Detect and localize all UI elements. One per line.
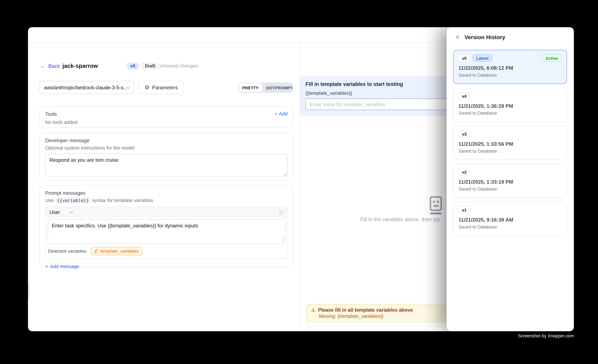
version-chip: v2 (458, 168, 470, 176)
add-message-label: Add message (50, 264, 79, 269)
developer-message-textarea[interactable]: Respond as you are tom cruise (45, 154, 288, 177)
developer-message-card: Developer message Optional system instru… (40, 133, 293, 180)
chevron-down-icon (126, 85, 130, 89)
unsaved-changes-label: Unsaved changes (159, 62, 198, 70)
hint-prefix: Use (45, 198, 54, 203)
empty-state-text: Fill in the variables above, then typ (360, 217, 440, 222)
close-icon[interactable]: ✕ (456, 34, 460, 40)
add-message-button[interactable]: + Add message (45, 264, 79, 269)
version-timestamp: 11/22/2025, 6:08:12 PM (458, 65, 562, 71)
latest-chip: Latest (473, 55, 492, 62)
back-arrow-icon: ← (40, 63, 46, 69)
draft-badge: Draft (141, 63, 159, 69)
back-label: Back (48, 63, 60, 69)
role-select[interactable]: User (50, 209, 73, 215)
hint-suffix: syntax for template variables (92, 198, 153, 203)
version-card-v5[interactable]: v5 Latest Active 11/22/2025, 6:08:12 PM … (453, 50, 567, 84)
add-tool-label: Add (279, 111, 288, 116)
back-button[interactable]: ← Back (40, 62, 60, 70)
version-status: Saved to Database (458, 73, 562, 78)
version-status: Saved to Database (458, 186, 562, 192)
version-card-v2[interactable]: v2 11/21/2025, 1:33:19 PM Saved to Datab… (453, 164, 567, 198)
version-card-v1[interactable]: v1 11/21/2025, 9:16:39 AM Saved to Datab… (453, 202, 567, 236)
add-tool-button[interactable]: + Add (275, 111, 288, 116)
warning-icon: ⚠ (311, 308, 315, 312)
plus-icon: + (45, 264, 48, 269)
version-status: Saved to Database (458, 149, 562, 154)
prompt-messages-title: Prompt messages (45, 190, 288, 196)
pencil-icon (94, 249, 98, 253)
version-timestamp: 11/21/2025, 1:33:19 PM (458, 179, 562, 185)
version-timestamp: 11/21/2025, 9:16:39 AM (458, 217, 562, 223)
version-list: v5 Latest Active 11/22/2025, 6:08:12 PM … (453, 50, 567, 240)
version-history-header: ✕ Version History (447, 27, 574, 40)
model-select-value: aws/anthropic/bedrock-claude-3-5-s... (44, 84, 127, 90)
drag-handle-icon[interactable] (279, 209, 283, 215)
warning-title: Please fill in all template variables ab… (318, 307, 413, 313)
template-variable-chip[interactable]: template_variables (91, 247, 142, 255)
screenshot-stage: ← Back jack-sparrow v5 Draft Unsaved cha… (0, 0, 598, 364)
bot-icon (428, 196, 443, 215)
active-chip: Active (542, 55, 562, 62)
edge-toast-sliver (28, 282, 30, 299)
version-chip: v5 (458, 55, 470, 62)
version-chip: v4 (458, 92, 470, 100)
version-status: Saved to Database (458, 110, 562, 116)
developer-message-subtitle: Optional system instructions for the mod… (45, 145, 288, 151)
toggle-dotprompt[interactable]: DOTPROMPT (262, 83, 297, 92)
toggle-pretty[interactable]: PRETTY (238, 83, 262, 92)
version-card-v4[interactable]: v4 11/21/2025, 1:36:28 PM Saved to Datab… (453, 88, 567, 122)
developer-message-title: Developer message (45, 138, 288, 143)
message-block: User Enter task specifics. Use {{templat… (45, 207, 288, 259)
version-history-title: Version History (465, 34, 505, 40)
plus-icon: + (275, 111, 278, 116)
variable-syntax-chip: {{variable}} (55, 198, 91, 204)
model-select[interactable]: aws/anthropic/bedrock-claude-3-5-s... (40, 81, 134, 94)
view-mode-toggle: PRETTY DOTPROMPT (238, 82, 293, 93)
chevron-down-icon (69, 209, 73, 213)
version-card-v3[interactable]: v3 11/21/2025, 1:33:56 PM Saved to Datab… (453, 126, 567, 160)
parameters-button[interactable]: ⚙ Parameters (139, 81, 184, 94)
version-timestamp: 11/21/2025, 1:33:56 PM (458, 141, 562, 147)
version-chip: v1 (458, 206, 470, 214)
version-badge: v5 (127, 63, 139, 69)
version-timestamp: 11/21/2025, 1:36:28 PM (458, 103, 562, 109)
detected-variables-row: Detected variables: template_variables (46, 246, 287, 258)
gear-icon: ⚙ (145, 85, 149, 90)
tools-empty-text: No tools added (45, 120, 288, 125)
template-variable-name: template_variables (100, 248, 139, 254)
parameters-label: Parameters (152, 84, 178, 90)
prompt-messages-card: Prompt messages Use {{variable}} syntax … (40, 185, 293, 267)
version-chip: v3 (458, 130, 470, 138)
watermark-text: Screenshot by Xnapper.com (518, 333, 574, 338)
tools-card: Tools + Add No tools added (40, 106, 293, 128)
page-title: jack-sparrow (63, 61, 98, 70)
message-header: User (46, 207, 287, 217)
message-textarea[interactable]: Enter task specifics. Use {{template_var… (48, 219, 285, 244)
prompt-messages-subtitle: Use {{variable}} syntax for template var… (45, 198, 288, 203)
version-history-panel: ✕ Version History v5 Latest Active 11/22… (447, 27, 574, 331)
role-value: User (50, 209, 60, 215)
detected-variables-label: Detected variables: (48, 248, 87, 254)
tools-title: Tools (45, 111, 288, 117)
version-status: Saved to Database (458, 224, 562, 230)
